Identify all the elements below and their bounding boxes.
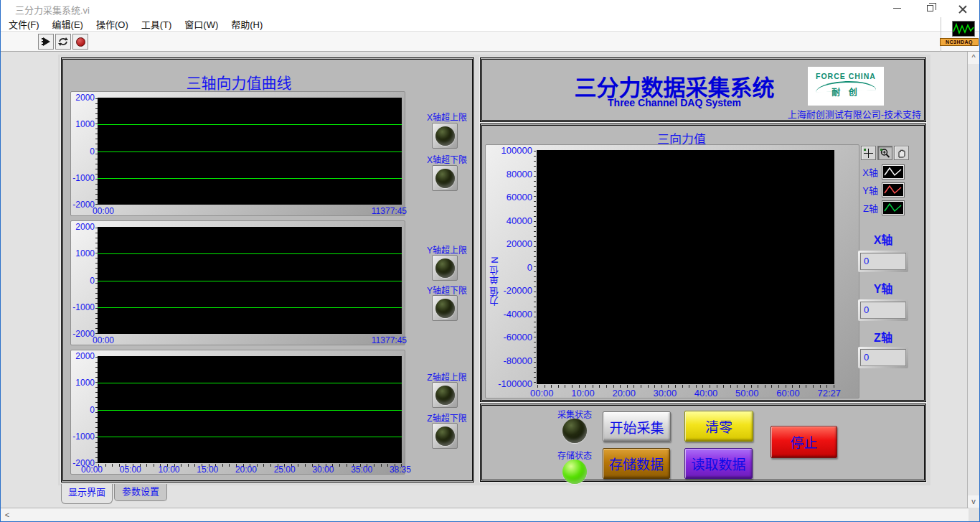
menu-item[interactable]: 窗口(W) — [178, 17, 225, 31]
threshold-line — [98, 281, 402, 281]
y-lower-limit-led[interactable] — [432, 295, 458, 321]
store-data-button[interactable]: 存储数据 — [603, 448, 670, 479]
tick-label: -1000 — [72, 432, 95, 442]
x-axis-ticks: 00:0011377:45 — [93, 206, 407, 216]
legend-row-x[interactable]: X轴 — [859, 164, 905, 180]
waveform-chart-y[interactable]: 200010000-1000-2000 00:0011377:45 — [70, 220, 405, 345]
zoom-tool-icon[interactable] — [877, 146, 892, 160]
tick-label: 0 — [90, 276, 95, 286]
y-upper-limit-led[interactable] — [432, 255, 458, 281]
waveform-chart-z[interactable]: 200010000-1000-2000 00:0005:0010:0015:00… — [70, 350, 405, 475]
run-button[interactable] — [38, 34, 54, 50]
control-panel: 采集状态 存储状态 开始采集 清零 停止 存储数据 读取数据 — [480, 404, 926, 482]
legend-line-swatch — [882, 200, 905, 215]
acquire-status-led — [562, 419, 587, 443]
z-axis-value: 0 — [860, 349, 906, 366]
plot-area-y[interactable] — [98, 227, 402, 334]
xy-graph[interactable]: 100000800006000040000200000-20000-40000-… — [485, 144, 859, 399]
scroll-up-icon[interactable]: ^ — [968, 52, 979, 64]
scroll-down-icon[interactable]: v — [968, 495, 979, 508]
graph-panel: 三向力值 100000800006000040000200000-20000-4… — [480, 123, 926, 402]
z-lower-limit-led[interactable] — [432, 423, 458, 449]
led-off-icon — [435, 258, 455, 278]
store-status-led — [562, 460, 587, 484]
restore-button[interactable] — [913, 0, 946, 17]
tick-label: 15:00 — [197, 465, 218, 475]
tick-label: -20000 — [504, 285, 532, 296]
graph-palette — [861, 146, 909, 160]
run-continuous-icon — [57, 36, 69, 47]
z-lower-limit-label: Z轴超下限 — [424, 411, 470, 424]
left-chart-panel: 三轴向力值曲线 200010000-1000-2000 00:0011377:4… — [61, 57, 474, 483]
waveform-chart-x[interactable]: 200010000-1000-2000 00:0011377:45 — [70, 91, 405, 216]
legend-row-y[interactable]: Y轴 — [859, 182, 905, 197]
abort-button[interactable] — [72, 34, 88, 50]
y-upper-limit-label: Y轴超上限 — [424, 243, 470, 256]
tick-label: -1000 — [72, 173, 95, 183]
logo-text-en: FORCE CHINA — [808, 72, 884, 80]
vertical-scrollbar[interactable]: ^ v — [967, 52, 979, 508]
tab-display-view[interactable]: 显示界面 — [61, 484, 113, 504]
tick-label: 05:00 — [120, 465, 141, 475]
logo-swoosh-icon — [816, 80, 876, 93]
tick-label: 00:00 — [93, 335, 114, 345]
scroll-left-icon[interactable]: < — [1, 508, 14, 522]
x-upper-limit-led[interactable] — [432, 123, 458, 149]
tick-label: 25:00 — [274, 465, 296, 475]
start-acquire-button[interactable]: 开始采集 — [603, 411, 671, 442]
menu-item[interactable]: 操作(O) — [90, 17, 135, 31]
threshold-line — [98, 383, 402, 383]
x-axis-ticks: 00:0011377:45 — [93, 335, 407, 345]
window-title: 三分力采集系统.vi — [15, 3, 90, 17]
y-minor-ticks — [534, 151, 536, 385]
tick-label: 20000 — [507, 238, 532, 249]
y-axis-ticks: 200010000-1000-2000 — [71, 222, 95, 339]
menu-item[interactable]: 文件(F) — [2, 17, 46, 31]
x-axis-value: 0 — [860, 253, 906, 270]
vi-toolbar — [1, 32, 979, 52]
tick-label: 35:00 — [351, 465, 372, 475]
tick-label: 2000 — [75, 93, 95, 103]
tick-label: 10:00 — [571, 388, 595, 399]
menu-item[interactable]: 帮助(H) — [225, 17, 269, 31]
threshold-line — [98, 307, 402, 308]
plot-area-x[interactable] — [98, 98, 402, 205]
tick-label: 20:00 — [235, 465, 257, 475]
x-lower-limit-led[interactable] — [432, 165, 458, 191]
labview-window: 三分力采集系统.vi 文件(F)编辑(E)操作(O)工具(T)窗口(W)帮助(H… — [0, 0, 980, 522]
legend-row-z[interactable]: Z轴 — [859, 200, 905, 215]
read-data-button[interactable]: 读取数据 — [684, 448, 753, 479]
x-axis-readout: 0 — [858, 251, 908, 272]
z-axis-readout-label: Z轴 — [859, 328, 907, 345]
support-text: 上海耐创测试有限公司-技术支持 — [788, 107, 921, 121]
minimize-button[interactable] — [880, 0, 913, 17]
tick-label: 80000 — [507, 169, 532, 180]
menu-item[interactable]: 工具(T) — [135, 17, 179, 31]
abort-icon — [76, 37, 85, 47]
y-axis-value: 0 — [860, 302, 906, 319]
led-off-icon — [435, 386, 455, 405]
vi-badge-label: NC3HDAQ — [940, 38, 979, 46]
close-button[interactable] — [946, 0, 979, 17]
led-off-icon — [435, 126, 455, 146]
tick-label: -80000 — [504, 355, 532, 366]
z-upper-limit-label: Z轴超上限 — [424, 370, 470, 383]
tab-parameter-settings[interactable]: 参数设置 — [114, 484, 167, 501]
menu-item[interactable]: 编辑(E) — [46, 17, 90, 31]
graph-plot-area[interactable] — [537, 150, 834, 384]
tick-label: -40000 — [504, 309, 532, 320]
z-upper-limit-led[interactable] — [432, 382, 458, 408]
clear-button[interactable]: 清零 — [684, 411, 753, 442]
tick-label: 0 — [527, 262, 532, 273]
tick-label: 40:00 — [694, 388, 718, 399]
plot-area-z[interactable] — [98, 356, 402, 463]
tick-label: 60000 — [507, 192, 532, 202]
horizontal-scrollbar[interactable]: < — [1, 508, 969, 522]
legend-label: X轴 — [859, 165, 878, 179]
pan-tool-icon[interactable] — [894, 146, 909, 160]
run-continuous-button[interactable] — [55, 34, 71, 50]
stop-button[interactable]: 停止 — [771, 426, 837, 458]
crosshair-tool-icon[interactable] — [861, 146, 876, 160]
vi-waveform-icon — [952, 21, 975, 37]
x-axis-ticks: 00:0005:0010:0015:0020:0025:0030:0035:00… — [81, 465, 411, 475]
